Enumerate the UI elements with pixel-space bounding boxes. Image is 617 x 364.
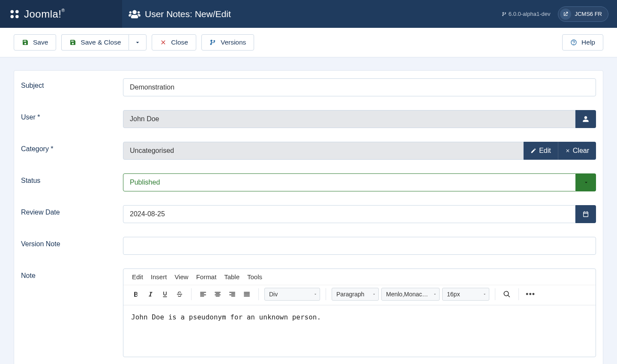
site-link-pill[interactable]: JCMS6 FR (558, 6, 608, 22)
row-category: Category * Uncategorised Edit Clear (21, 142, 596, 160)
calendar-icon (582, 211, 589, 218)
version-badge[interactable]: 6.0.0-alpha1-dev (502, 11, 551, 17)
align-right-button[interactable] (225, 287, 240, 301)
style-select[interactable]: Paragraph (332, 288, 379, 301)
review-date-input[interactable] (123, 205, 575, 223)
chevron-down-icon (583, 179, 589, 185)
external-link-icon (560, 9, 571, 20)
form-area: Subject User * John Doe Category * Uncat… (0, 57, 617, 364)
editor: Edit Insert View Format Table Tools (123, 269, 596, 357)
bold-icon (132, 290, 140, 298)
align-justify-button[interactable] (240, 287, 254, 301)
close-icon (160, 39, 167, 46)
row-status: Status Published (21, 173, 596, 191)
label-note: Note (21, 269, 123, 280)
editor-menu-tools[interactable]: Tools (247, 273, 262, 280)
close-icon (565, 148, 570, 153)
save-button[interactable]: Save (14, 34, 56, 51)
editor-toolbar: Div Paragraph Menlo,Monac… (123, 285, 596, 305)
subject-input[interactable] (123, 78, 596, 96)
svg-point-1 (15, 10, 18, 13)
italic-button[interactable] (143, 287, 158, 301)
logo-area[interactable]: Joomla!® (0, 0, 122, 28)
ellipsis-icon: ••• (526, 290, 535, 299)
versions-button[interactable]: Versions (201, 34, 254, 51)
row-user: User * John Doe (21, 110, 596, 128)
user-icon (582, 116, 589, 122)
category-edit-button[interactable]: Edit (524, 142, 558, 160)
row-review-date: Review Date (21, 205, 596, 223)
header-right: 6.0.0-alpha1-dev JCMS6 FR (502, 6, 617, 22)
save-dropdown-button[interactable] (129, 34, 147, 51)
strikethrough-icon (176, 290, 183, 298)
underline-button[interactable] (158, 287, 172, 301)
form-card: Subject User * John Doe Category * Uncat… (14, 70, 603, 364)
editor-menu-table[interactable]: Table (224, 273, 240, 280)
app-header: Joomla!® User Notes: New/Edit 6.0.0-alph… (0, 0, 617, 28)
user-select-button[interactable] (575, 110, 596, 128)
editor-menubar: Edit Insert View Format Table Tools (123, 269, 596, 285)
site-label: JCMS6 FR (575, 11, 602, 17)
more-button[interactable]: ••• (523, 287, 538, 301)
branch-icon (210, 39, 216, 46)
save-icon (22, 39, 29, 46)
save-icon (69, 39, 76, 46)
italic-icon (147, 290, 154, 298)
fontsize-select[interactable]: 16px (442, 288, 489, 301)
save-close-group: Save & Close (61, 34, 147, 51)
editor-menu-insert[interactable]: Insert (151, 273, 167, 280)
help-button[interactable]: Help (562, 34, 603, 51)
action-toolbar: Save Save & Close Close Versions Help (0, 28, 617, 57)
date-picker-button[interactable] (575, 205, 596, 223)
pencil-icon (530, 148, 536, 154)
block-select[interactable]: Div (264, 288, 320, 301)
users-icon (129, 9, 141, 19)
page-title: User Notes: New/Edit (145, 9, 231, 19)
code-branch-icon (502, 12, 507, 17)
row-version-note: Version Note (21, 237, 596, 255)
label-review-date: Review Date (21, 205, 123, 216)
align-center-button[interactable] (210, 287, 225, 301)
align-left-icon (199, 290, 207, 298)
align-right-icon (228, 290, 236, 298)
bold-button[interactable] (129, 287, 143, 301)
page-title-area: User Notes: New/Edit (122, 9, 502, 19)
align-center-icon (214, 290, 222, 298)
status-select[interactable]: Published (123, 173, 576, 191)
editor-menu-format[interactable]: Format (196, 273, 217, 280)
label-subject: Subject (21, 78, 123, 90)
save-close-button[interactable]: Save & Close (61, 34, 129, 51)
svg-point-2 (10, 15, 13, 18)
label-status: Status (21, 173, 123, 185)
question-icon (570, 39, 577, 46)
strikethrough-button[interactable] (172, 287, 187, 301)
editor-menu-edit[interactable]: Edit (132, 273, 143, 280)
label-category: Category * (21, 142, 123, 153)
svg-point-0 (10, 10, 13, 13)
label-version-note: Version Note (21, 237, 123, 248)
chevron-down-icon (134, 39, 141, 46)
svg-point-3 (15, 15, 18, 18)
editor-menu-view[interactable]: View (174, 273, 188, 280)
align-left-button[interactable] (196, 287, 210, 301)
logo-text: Joomla!® (24, 8, 65, 20)
row-note: Note Edit Insert View Format Table Tools (21, 269, 596, 357)
category-display: Uncategorised (123, 142, 524, 160)
category-clear-button[interactable]: Clear (558, 142, 596, 160)
label-user: User * (21, 110, 123, 121)
status-dropdown-button[interactable] (576, 173, 596, 191)
search-icon (503, 290, 511, 298)
user-display: John Doe (123, 110, 575, 128)
version-note-input[interactable] (123, 237, 596, 255)
close-button[interactable]: Close (152, 34, 196, 51)
editor-body[interactable]: John Doe is a pseudonym for an unknown p… (123, 305, 596, 357)
underline-icon (161, 290, 169, 298)
font-select[interactable]: Menlo,Monac… (381, 288, 440, 301)
align-justify-icon (243, 290, 251, 298)
row-subject: Subject (21, 78, 596, 96)
joomla-logo-icon (9, 8, 21, 20)
search-button[interactable] (500, 287, 514, 301)
